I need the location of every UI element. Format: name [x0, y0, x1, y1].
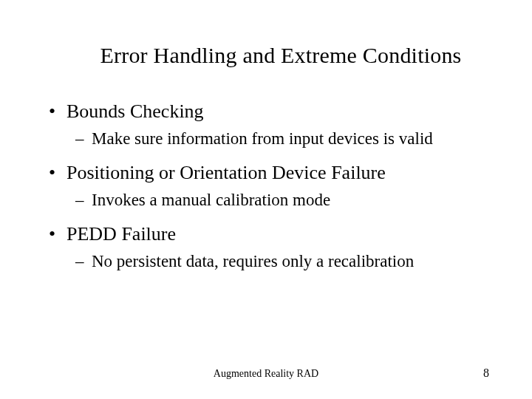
bullet-text: PEDD Failure	[66, 223, 497, 245]
bullet-text: Bounds Checking	[66, 100, 497, 123]
bullet-level1: • Positioning or Orientation Device Fail…	[46, 162, 497, 184]
slide-body: • Bounds Checking – Make sure informatio…	[0, 68, 532, 271]
bullet-dash-icon: –	[75, 251, 92, 271]
bullet-level2: – Invokes a manual calibration mode	[46, 190, 497, 210]
bullet-text: Make sure information from input devices…	[92, 129, 497, 149]
bullet-dot-icon: •	[46, 223, 66, 245]
bullet-text: Positioning or Orientation Device Failur…	[66, 162, 497, 184]
bullet-level1: • Bounds Checking	[46, 100, 497, 123]
page-number: 8	[483, 366, 489, 380]
bullet-text: No persistent data, requires only a reca…	[92, 251, 497, 271]
slide-title: Error Handling and Extreme Conditions	[0, 0, 532, 68]
bullet-level1: • PEDD Failure	[46, 223, 497, 245]
bullet-dash-icon: –	[75, 190, 92, 210]
bullet-text: Invokes a manual calibration mode	[92, 190, 497, 210]
footer-text: Augmented Reality RAD	[0, 368, 532, 380]
slide: Error Handling and Extreme Conditions • …	[0, 0, 532, 399]
bullet-dash-icon: –	[75, 129, 92, 149]
bullet-level2: – Make sure information from input devic…	[46, 129, 497, 149]
bullet-dot-icon: •	[46, 162, 66, 184]
bullet-dot-icon: •	[46, 100, 66, 123]
bullet-level2: – No persistent data, requires only a re…	[46, 251, 497, 271]
